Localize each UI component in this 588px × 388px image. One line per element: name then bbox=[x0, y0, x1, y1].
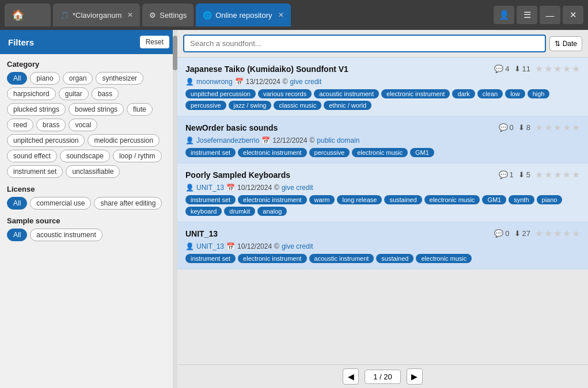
tag-instrument-set-3[interactable]: instrument set bbox=[185, 195, 236, 204]
tag-electronic-instrument[interactable]: electronic instrument bbox=[381, 89, 450, 98]
reset-button[interactable]: Reset bbox=[140, 36, 169, 48]
category-tag-bass[interactable]: bass bbox=[92, 88, 119, 100]
tag-percussive[interactable]: percussive bbox=[185, 101, 226, 110]
result-2-stars[interactable]: ★★★★★ bbox=[535, 122, 580, 133]
category-tag-flute[interactable]: flute bbox=[127, 103, 153, 116]
tag-jazz-swing[interactable]: jazz / swing bbox=[229, 101, 272, 110]
category-tag-instrument-set[interactable]: instrument set bbox=[7, 165, 63, 178]
tag-synth[interactable]: synth bbox=[509, 195, 534, 204]
tab-claviorganum[interactable]: 🎵 *Claviorganum ✕ bbox=[53, 3, 140, 26]
tab-online-repository[interactable]: 🌐 Online repository ✕ bbox=[196, 3, 290, 26]
category-tag-unclassifiable[interactable]: unclassifiable bbox=[66, 165, 120, 178]
category-tag-loop-rythm[interactable]: loop / rythm bbox=[113, 150, 162, 162]
result-2-author[interactable]: Josefernandezberrio bbox=[196, 136, 259, 144]
results-list: Japanese Taiko (Kumidaiko) Soundfont V1 … bbox=[177, 58, 588, 364]
prev-page-button[interactable]: ◀ bbox=[343, 368, 359, 385]
comment-icon-3: 💬 bbox=[499, 170, 508, 179]
close-button[interactable]: ✕ bbox=[563, 6, 583, 24]
license-tag-share-after[interactable]: share after editing bbox=[94, 197, 162, 210]
tag-drumkit[interactable]: drumkit bbox=[224, 207, 255, 216]
menu-button[interactable]: ☰ bbox=[517, 6, 537, 24]
sample-source-tag-all[interactable]: All bbox=[7, 229, 27, 241]
tag-piano-3[interactable]: piano bbox=[537, 195, 563, 204]
sample-source-tag-acoustic[interactable]: acoustic instrument bbox=[30, 229, 102, 241]
tag-analog[interactable]: analog bbox=[257, 207, 287, 216]
tag-sustained[interactable]: sustained bbox=[384, 195, 422, 204]
category-tag-organ[interactable]: organ bbox=[63, 72, 93, 85]
license-tag-commercial[interactable]: commercial use bbox=[30, 197, 91, 210]
category-tag-vocal[interactable]: vocal bbox=[69, 119, 97, 131]
tag-electronic-music-2[interactable]: electronic music bbox=[352, 148, 408, 157]
result-1-author[interactable]: moonwrong bbox=[196, 78, 233, 86]
result-4-meta: 👤 UNIT_13 📅 10/12/2024 © give credit bbox=[185, 242, 580, 250]
tag-keyboard[interactable]: keyboard bbox=[185, 207, 222, 216]
download-icon-4: ⬇ bbox=[514, 229, 521, 238]
category-tag-sound-effect[interactable]: sound effect bbox=[7, 150, 57, 162]
tag-gm1-2[interactable]: GM1 bbox=[410, 148, 434, 157]
sidebar: Filters Reset Category All piano organ s… bbox=[0, 30, 177, 388]
download-icon-1: ⬇ bbox=[514, 64, 521, 73]
tab-settings[interactable]: ⚙ Settings bbox=[142, 3, 194, 26]
result-1-header: Japanese Taiko (Kumidaiko) Soundfont V1 … bbox=[185, 63, 580, 74]
tag-classic-music[interactable]: classic music bbox=[274, 101, 321, 110]
tag-warm[interactable]: warm bbox=[309, 195, 335, 204]
license-tag-all[interactable]: All bbox=[7, 197, 27, 210]
tag-electronic-instrument-4[interactable]: electronic instrument bbox=[238, 254, 307, 263]
result-3-comments: 💬 1 bbox=[499, 170, 514, 179]
sidebar-scrollbar[interactable] bbox=[173, 30, 177, 388]
category-tag-melodic-percussion[interactable]: melodic percussion bbox=[88, 134, 160, 147]
tab-online-repository-close[interactable]: ✕ bbox=[278, 11, 284, 19]
result-4-license[interactable]: give credit bbox=[282, 242, 313, 250]
calendar-icon-4: 📅 bbox=[226, 242, 235, 250]
result-1-license[interactable]: give credit bbox=[290, 78, 322, 86]
tab-home[interactable]: 🏠 bbox=[5, 3, 51, 26]
tag-electronic-instrument-3[interactable]: electronic instrument bbox=[238, 195, 307, 204]
category-tag-harpsichord[interactable]: harpsichord bbox=[7, 88, 56, 100]
category-tag-soundscape[interactable]: soundscape bbox=[60, 150, 110, 162]
category-tag-reed[interactable]: reed bbox=[7, 119, 33, 131]
category-tag-all[interactable]: All bbox=[7, 72, 27, 85]
sidebar-scrollbar-thumb[interactable] bbox=[173, 36, 177, 70]
user-button[interactable]: 👤 bbox=[494, 6, 514, 24]
result-4-author[interactable]: UNIT_13 bbox=[196, 242, 224, 250]
category-tag-plucked-strings[interactable]: plucked strings bbox=[7, 103, 66, 116]
result-2-license[interactable]: public domain bbox=[317, 136, 359, 144]
tag-instrument-set-2[interactable]: instrument set bbox=[185, 148, 236, 157]
tag-various-records[interactable]: various records bbox=[258, 89, 312, 98]
tag-electronic-music-3[interactable]: electronic music bbox=[424, 195, 480, 204]
category-tag-unpitched-percussion[interactable]: unpitched percussion bbox=[7, 134, 85, 147]
tag-clean[interactable]: clean bbox=[477, 89, 503, 98]
tag-electronic-instrument-2[interactable]: electronic instrument bbox=[238, 148, 307, 157]
tag-dark[interactable]: dark bbox=[452, 89, 475, 98]
tag-acoustic-instrument[interactable]: acoustic instrument bbox=[314, 89, 379, 98]
tab-claviorganum-close[interactable]: ✕ bbox=[127, 11, 133, 19]
tag-sustained-4[interactable]: sustained bbox=[376, 254, 414, 263]
tag-low[interactable]: low bbox=[505, 89, 525, 98]
sort-button[interactable]: ⇅ Date bbox=[549, 36, 582, 51]
tag-long-release[interactable]: long release bbox=[337, 195, 382, 204]
result-3-license[interactable]: give credit bbox=[282, 184, 313, 192]
result-3-title: Poorly Sampled Keyboards bbox=[185, 170, 494, 180]
tag-percussive-2[interactable]: percussive bbox=[309, 148, 350, 157]
result-4-stars[interactable]: ★★★★★ bbox=[535, 228, 580, 239]
category-tag-bowed-strings[interactable]: bowed strings bbox=[69, 103, 124, 116]
tag-electronic-music-4[interactable]: electronic music bbox=[416, 254, 472, 263]
category-tag-piano[interactable]: piano bbox=[30, 72, 59, 85]
category-tag-synthesizer[interactable]: synthesizer bbox=[96, 72, 143, 85]
title-bar: 🏠 🎵 *Claviorganum ✕ ⚙ Settings 🌐 Online … bbox=[0, 0, 588, 30]
result-3-author[interactable]: UNIT_13 bbox=[196, 184, 224, 192]
tag-instrument-set-4[interactable]: instrument set bbox=[185, 254, 236, 263]
tag-ethnic-world[interactable]: ethnic / world bbox=[324, 101, 371, 110]
result-1-stars[interactable]: ★★★★★ bbox=[535, 63, 580, 74]
tag-gm1-3[interactable]: GM1 bbox=[482, 195, 506, 204]
search-input[interactable] bbox=[183, 35, 546, 52]
tag-acoustic-instrument-4[interactable]: acoustic instrument bbox=[309, 254, 374, 263]
result-3-stars[interactable]: ★★★★★ bbox=[535, 169, 580, 180]
next-page-button[interactable]: ▶ bbox=[407, 368, 423, 385]
result-4-tags: instrument set electronic instrument aco… bbox=[185, 254, 580, 263]
tag-unpitched-percussion[interactable]: unpitched percussion bbox=[185, 89, 256, 98]
category-tag-brass[interactable]: brass bbox=[36, 119, 66, 131]
minimize-button[interactable]: — bbox=[540, 6, 560, 24]
tag-high[interactable]: high bbox=[528, 89, 550, 98]
category-tag-guitar[interactable]: guitar bbox=[59, 88, 89, 100]
